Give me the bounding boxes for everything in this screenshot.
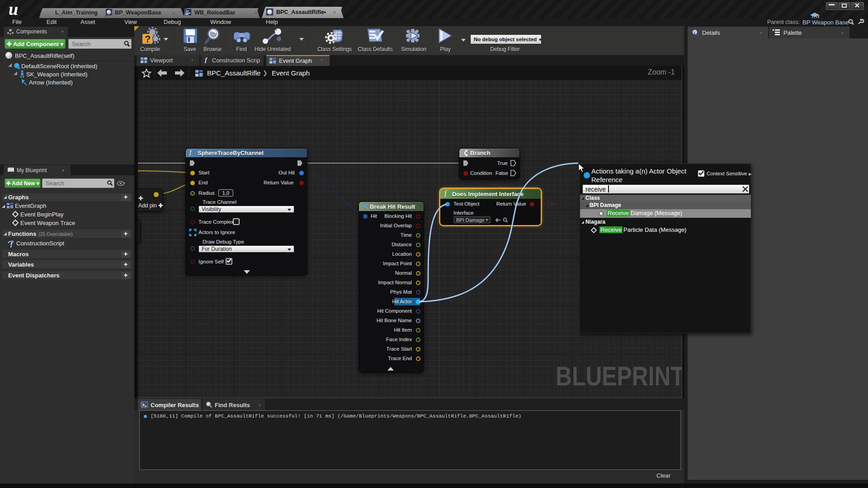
svg-text:?: ? [145,33,151,45]
